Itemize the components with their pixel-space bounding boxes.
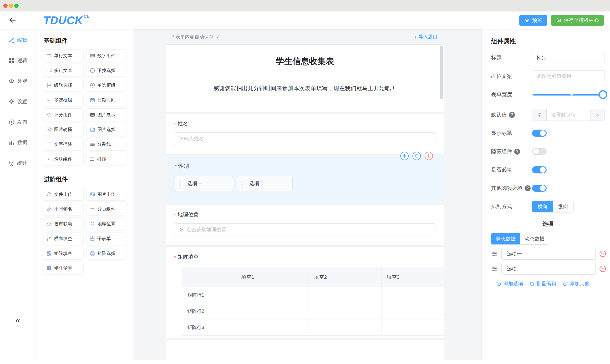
help-icon[interactable] bbox=[514, 149, 520, 155]
radio-option[interactable]: 选项二 bbox=[237, 176, 293, 191]
minimize-window-button[interactable] bbox=[9, 4, 13, 8]
radio-option[interactable]: 选项一 bbox=[175, 176, 233, 191]
component-card[interactable]: 单选框组 bbox=[86, 79, 127, 91]
drag-handle-icon[interactable] bbox=[491, 265, 498, 272]
component-card[interactable]: 子表单 bbox=[86, 232, 127, 245]
component-card[interactable]: 多选框组 bbox=[43, 94, 84, 106]
add-option-link[interactable]: 添加选项 bbox=[496, 280, 523, 287]
checkbox-icon bbox=[46, 97, 52, 103]
option-input[interactable]: 选项一 bbox=[501, 248, 596, 260]
nav-item[interactable]: 设置 bbox=[0, 94, 36, 109]
field-location[interactable]: * 地理位置 点击获取地理位置 bbox=[166, 205, 444, 245]
move-field-button[interactable] bbox=[400, 152, 409, 160]
component-card[interactable]: 排序 bbox=[86, 153, 127, 165]
form-description[interactable]: 感谢您能抽出几分钟时间来参加本次表单填写，现在我们就马上开始吧！ bbox=[166, 85, 444, 92]
back-button[interactable] bbox=[7, 15, 18, 26]
clear-default-button[interactable]: × bbox=[590, 109, 605, 120]
component-card[interactable]: 手写签名 bbox=[43, 203, 84, 215]
matrix-cell[interactable] bbox=[381, 319, 444, 336]
component-card[interactable]: 文件上传 bbox=[43, 188, 84, 201]
batch-edit-link[interactable]: 批量编辑 bbox=[530, 280, 556, 287]
copy-field-button[interactable] bbox=[413, 152, 421, 160]
slider-handle[interactable] bbox=[598, 90, 607, 99]
toggle-switch[interactable] bbox=[532, 185, 547, 192]
nav-item[interactable]: 数据 bbox=[0, 135, 36, 150]
matrix-cell[interactable] bbox=[381, 303, 444, 319]
arrange-horizontal-button[interactable]: 横向 bbox=[532, 201, 553, 212]
component-card[interactable]: 省市联动 bbox=[43, 218, 84, 230]
component-card[interactable]: 滑块组件 bbox=[43, 153, 84, 165]
preview-button[interactable]: 预览 bbox=[519, 15, 547, 26]
component-card[interactable]: 123 数字组件 bbox=[86, 49, 127, 62]
drag-handle-icon[interactable] bbox=[491, 250, 498, 257]
component-card[interactable]: 横向填空 bbox=[43, 232, 84, 245]
component-card[interactable]: 下拉选择 bbox=[86, 64, 127, 77]
component-card[interactable]: 矩阵选择 bbox=[86, 247, 127, 260]
prop-row-toggle: 是否必填 bbox=[491, 164, 605, 176]
component-card[interactable]: 图片选择 bbox=[86, 123, 127, 136]
option-input[interactable]: 选项二 bbox=[501, 263, 596, 275]
prop-row-title: 标题 bbox=[491, 52, 605, 64]
delete-field-button[interactable] bbox=[425, 152, 433, 160]
remove-option-button[interactable] bbox=[599, 250, 607, 258]
canvas-scrollbar[interactable] bbox=[440, 46, 443, 99]
matrix-cell[interactable] bbox=[236, 287, 309, 303]
placeholder-input[interactable] bbox=[532, 70, 605, 82]
multi-line-text-icon bbox=[46, 68, 52, 73]
toggle-switch[interactable] bbox=[532, 148, 547, 155]
close-window-button[interactable] bbox=[3, 4, 8, 8]
nav-item[interactable]: 发布 bbox=[0, 115, 36, 129]
matrix-cell[interactable] bbox=[309, 319, 381, 336]
component-card[interactable]: 图片上传 bbox=[86, 188, 127, 201]
import-questions-link[interactable]: ↑ 导入题目 bbox=[414, 34, 438, 40]
component-card[interactable]: 级联选择 bbox=[43, 79, 84, 91]
matrix-cell[interactable] bbox=[236, 303, 309, 319]
save-to-template-button[interactable]: 保存至模板中心 bbox=[551, 15, 604, 26]
toggle-switch[interactable] bbox=[532, 130, 547, 137]
form-title[interactable]: 学生信息收集表 bbox=[166, 45, 444, 67]
matrix-cell[interactable] bbox=[309, 303, 381, 319]
fullscreen-window-button[interactable] bbox=[14, 4, 19, 8]
help-icon[interactable] bbox=[509, 112, 515, 118]
component-card[interactable]: 分割线 bbox=[86, 138, 127, 151]
default-value-input[interactable]: 设置默认值 bbox=[547, 109, 590, 120]
matrix-cell[interactable] bbox=[236, 319, 309, 336]
location-input[interactable]: 点击获取地理位置 bbox=[174, 223, 436, 236]
component-card[interactable]: 矩阵量表 bbox=[43, 262, 84, 274]
field-matrix[interactable]: * 矩阵填空 填空1填空2填空3 bbox=[166, 247, 444, 338]
component-card-label: 图片轮播 bbox=[54, 127, 72, 133]
prop-row-default: 默认值 设置默认值 × bbox=[491, 109, 605, 121]
matrix-cell[interactable] bbox=[381, 287, 444, 303]
component-card[interactable]: 文字描述 bbox=[43, 138, 84, 151]
title-input[interactable] bbox=[532, 52, 605, 64]
component-card[interactable]: 地理位置 bbox=[86, 218, 127, 230]
form-canvas: * 表单内容自动保存 ✓ ↑ 导入题目 学生信息收集表 感谢您能抽出几分钟时间来… bbox=[133, 29, 481, 360]
arrange-vertical-button[interactable]: 纵向 bbox=[553, 201, 573, 212]
prop-row-arrange: 排列方式 横向 纵向 bbox=[491, 201, 605, 212]
remove-option-button[interactable] bbox=[599, 265, 607, 273]
collapse-sidebar-button[interactable]: « bbox=[0, 316, 36, 324]
nav-item[interactable]: 编辑 bbox=[0, 33, 36, 47]
field-name[interactable]: * 姓名 请输入姓名 bbox=[166, 114, 444, 154]
field-gender-selected[interactable]: * 性别 选项一 选项二 bbox=[168, 156, 444, 203]
form-width-slider[interactable] bbox=[532, 94, 604, 95]
component-card[interactable]: 评分组件 bbox=[43, 108, 84, 121]
add-other-link[interactable]: 添加其他 bbox=[563, 280, 589, 287]
component-card[interactable]: 图片展示 bbox=[86, 108, 127, 121]
tab-dynamic-data[interactable]: 动态数据 bbox=[520, 233, 549, 244]
tab-static-data[interactable]: 静态数据 bbox=[491, 233, 520, 244]
nav-item[interactable]: 统计 bbox=[0, 156, 36, 170]
default-gear-button[interactable] bbox=[532, 109, 547, 120]
help-icon[interactable] bbox=[525, 185, 531, 191]
component-card[interactable]: 多行文本 bbox=[43, 64, 84, 77]
matrix-cell[interactable] bbox=[309, 287, 381, 303]
component-card[interactable]: II 矩阵填空 bbox=[43, 247, 84, 260]
component-card[interactable]: 图片轮播 bbox=[43, 123, 84, 136]
name-input[interactable]: 请输入姓名 bbox=[174, 132, 436, 145]
component-card[interactable]: 日期时间 bbox=[86, 94, 127, 106]
component-card[interactable]: 单行文本 bbox=[43, 49, 84, 62]
nav-item[interactable]: 外观 bbox=[0, 74, 36, 88]
component-card[interactable]: 分页组件 bbox=[86, 203, 127, 215]
toggle-switch[interactable] bbox=[532, 166, 547, 173]
nav-item[interactable]: 逻辑 bbox=[0, 53, 36, 68]
